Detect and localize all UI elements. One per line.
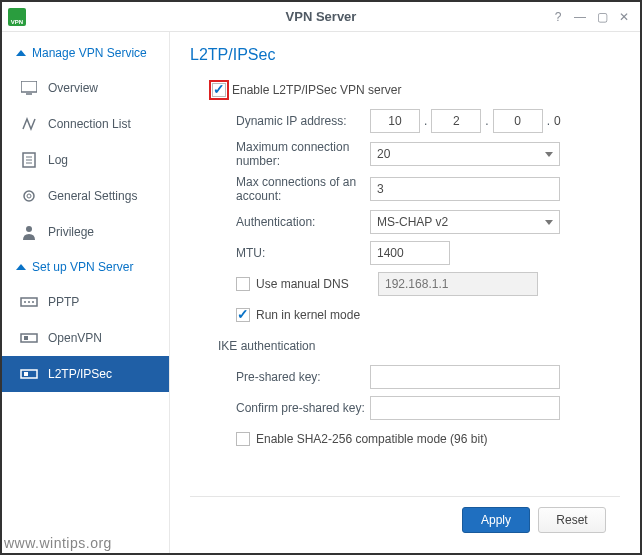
manual-dns-checkbox[interactable] — [236, 277, 250, 291]
window-title: VPN Server — [286, 9, 357, 24]
row-auth: Authentication: MS-CHAP v2 — [190, 210, 620, 234]
sidebar-item-l2tp[interactable]: L2TP/IPSec — [2, 356, 169, 392]
page-title: L2TP/IPSec — [190, 46, 620, 64]
psk2-input[interactable] — [370, 396, 560, 420]
sidebar-item-label: Privilege — [48, 225, 94, 239]
sidebar-item-overview[interactable]: Overview — [2, 70, 169, 106]
sidebar-item-connection-list[interactable]: Connection List — [2, 106, 169, 142]
ip-group: . . . 0 — [370, 109, 561, 133]
row-sha2: Enable SHA2-256 compatible mode (96 bit) — [190, 427, 620, 451]
svg-point-6 — [24, 191, 34, 201]
mtu-label: MTU: — [190, 246, 370, 260]
connection-icon — [20, 116, 38, 132]
auth-label: Authentication: — [190, 215, 370, 229]
enable-label: Enable L2TP/IPSec VPN server — [232, 83, 401, 97]
sidebar-item-label: OpenVPN — [48, 331, 102, 345]
vpn-server-window: VPN VPN Server ? — ▢ ✕ Manage VPN Servic… — [0, 0, 642, 555]
l2tp-icon — [20, 366, 38, 382]
sidebar-item-privilege[interactable]: Privilege — [2, 214, 169, 250]
sidebar-item-log[interactable]: Log — [2, 142, 169, 178]
gear-icon — [20, 188, 38, 204]
sidebar-item-label: General Settings — [48, 189, 137, 203]
row-manual-dns: Use manual DNS — [190, 272, 620, 296]
section-label: Set up VPN Server — [32, 260, 133, 274]
openvpn-icon — [20, 330, 38, 346]
dynamic-ip-label: Dynamic IP address: — [190, 114, 370, 128]
row-psk2: Confirm pre-shared key: — [190, 396, 620, 420]
sha2-label: Enable SHA2-256 compatible mode (96 bit) — [256, 432, 487, 446]
kernel-checkbox[interactable] — [236, 308, 250, 322]
dns-input — [378, 272, 538, 296]
dot: . — [424, 114, 427, 128]
dot: . — [485, 114, 488, 128]
settings-form: Enable L2TP/IPSec VPN server Dynamic IP … — [190, 78, 620, 496]
row-dynamic-ip: Dynamic IP address: . . . 0 — [190, 109, 620, 133]
svg-point-10 — [24, 301, 26, 303]
row-max-conn: Maximum connection number: 20 — [190, 140, 620, 168]
sidebar-item-label: Connection List — [48, 117, 131, 131]
close-icon[interactable]: ✕ — [614, 8, 634, 26]
overview-icon — [20, 80, 38, 96]
kernel-label: Run in kernel mode — [256, 308, 360, 322]
sidebar-item-openvpn[interactable]: OpenVPN — [2, 320, 169, 356]
svg-rect-14 — [24, 336, 28, 340]
max-acct-input[interactable] — [370, 177, 560, 201]
max-conn-select[interactable]: 20 — [370, 142, 560, 166]
reset-button[interactable]: Reset — [538, 507, 606, 533]
svg-rect-13 — [21, 334, 37, 342]
app-icon: VPN — [8, 8, 26, 26]
row-ike: IKE authentication — [190, 334, 620, 358]
sidebar-item-label: Overview — [48, 81, 98, 95]
row-psk: Pre-shared key: — [190, 365, 620, 389]
svg-rect-15 — [21, 370, 37, 378]
svg-rect-0 — [21, 81, 37, 92]
sha2-checkbox[interactable] — [236, 432, 250, 446]
sidebar-item-label: L2TP/IPSec — [48, 367, 112, 381]
ip-octet-1[interactable] — [370, 109, 420, 133]
ip-octet-3[interactable] — [493, 109, 543, 133]
select-value: 20 — [377, 147, 390, 161]
chevron-up-icon — [16, 50, 26, 56]
section-manage[interactable]: Manage VPN Service — [2, 36, 169, 70]
section-setup[interactable]: Set up VPN Server — [2, 250, 169, 284]
pptp-icon — [20, 294, 38, 310]
enable-checkbox[interactable] — [212, 83, 226, 97]
psk-label: Pre-shared key: — [190, 370, 370, 384]
user-icon — [20, 224, 38, 240]
mtu-input[interactable] — [370, 241, 450, 265]
chevron-up-icon — [16, 264, 26, 270]
max-acct-label: Max connections of an account: — [190, 175, 370, 203]
chevron-down-icon — [545, 152, 553, 157]
select-value: MS-CHAP v2 — [377, 215, 448, 229]
window-controls: ? — ▢ ✕ — [548, 8, 634, 26]
apply-button[interactable]: Apply — [462, 507, 530, 533]
ip-octet-4: 0 — [554, 114, 561, 128]
dot: . — [547, 114, 550, 128]
svg-point-12 — [32, 301, 34, 303]
section-label: Manage VPN Service — [32, 46, 147, 60]
maximize-icon[interactable]: ▢ — [592, 8, 612, 26]
max-conn-label: Maximum connection number: — [190, 140, 370, 168]
sidebar-item-label: PPTP — [48, 295, 79, 309]
svg-point-8 — [26, 226, 32, 232]
footer: Apply Reset — [190, 496, 620, 543]
help-icon[interactable]: ? — [548, 8, 568, 26]
row-mtu: MTU: — [190, 241, 620, 265]
ike-label: IKE authentication — [190, 339, 370, 353]
auth-select[interactable]: MS-CHAP v2 — [370, 210, 560, 234]
manual-dns-label: Use manual DNS — [256, 277, 372, 291]
minimize-icon[interactable]: — — [570, 8, 590, 26]
sidebar-item-pptp[interactable]: PPTP — [2, 284, 169, 320]
svg-rect-16 — [24, 372, 28, 376]
sidebar: Manage VPN Service Overview Connection L… — [2, 32, 170, 553]
row-max-acct: Max connections of an account: — [190, 175, 620, 203]
svg-point-7 — [27, 194, 31, 198]
chevron-down-icon — [545, 220, 553, 225]
window-body: Manage VPN Service Overview Connection L… — [2, 32, 640, 553]
sidebar-item-general-settings[interactable]: General Settings — [2, 178, 169, 214]
psk-input[interactable] — [370, 365, 560, 389]
ip-octet-2[interactable] — [431, 109, 481, 133]
row-enable: Enable L2TP/IPSec VPN server — [190, 78, 620, 102]
psk2-label: Confirm pre-shared key: — [190, 401, 370, 415]
svg-point-11 — [28, 301, 30, 303]
